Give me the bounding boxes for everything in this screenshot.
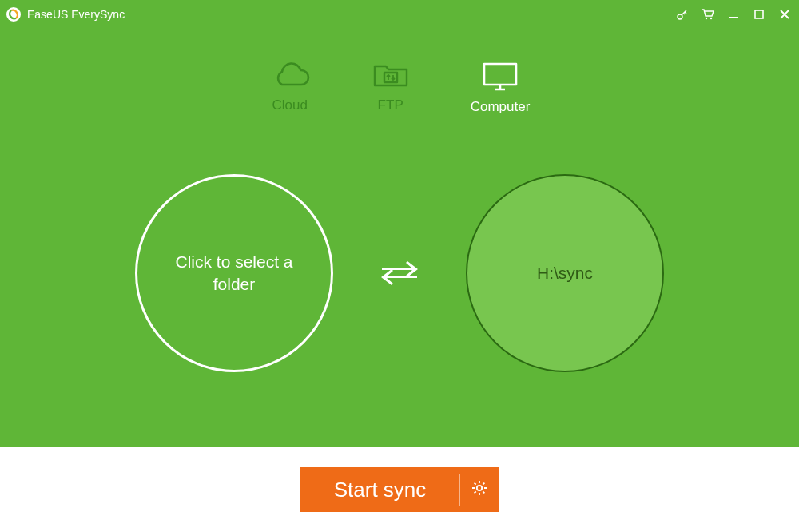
tab-cloud-label: Cloud (272, 97, 307, 113)
monitor-icon (479, 61, 521, 93)
folder-selection-row: Click to select a folder H:\sync (0, 169, 799, 377)
cloud-icon (269, 61, 311, 91)
source-placeholder: Click to select a folder (161, 251, 307, 296)
svg-rect-7 (484, 64, 516, 85)
start-sync-button[interactable]: Start sync (300, 467, 499, 512)
title-bar: EaseUS EverySync (0, 0, 799, 29)
footer: Start sync (0, 447, 799, 532)
svg-point-1 (678, 14, 682, 19)
start-sync-label: Start sync (300, 467, 460, 512)
svg-point-3 (710, 18, 712, 19)
sync-options-button[interactable] (460, 467, 499, 512)
cart-icon[interactable] (702, 8, 714, 21)
window-title: EaseUS EverySync (27, 8, 125, 21)
maximize-icon[interactable] (753, 8, 765, 21)
source-folder-selector[interactable]: Click to select a folder (135, 174, 333, 372)
tab-computer[interactable]: Computer (471, 61, 531, 115)
ftp-folder-icon (370, 61, 411, 91)
key-icon[interactable] (676, 8, 689, 21)
target-path: H:\sync (537, 264, 593, 283)
close-icon[interactable] (778, 8, 791, 21)
tab-cloud[interactable]: Cloud (269, 61, 311, 115)
tab-computer-label: Computer (471, 99, 531, 115)
tab-ftp[interactable]: FTP (370, 61, 411, 115)
destination-tabs: Cloud FTP C (0, 29, 799, 115)
swap-arrows-icon (377, 259, 422, 288)
svg-rect-6 (384, 73, 397, 82)
svg-rect-4 (729, 17, 738, 18)
svg-point-2 (706, 18, 707, 19)
swap-button[interactable] (376, 257, 423, 289)
tab-ftp-label: FTP (378, 97, 403, 113)
app-window: EaseUS EverySync (0, 0, 799, 532)
svg-rect-5 (755, 10, 763, 18)
svg-point-8 (477, 486, 482, 490)
main-panel: Cloud FTP C (0, 29, 799, 447)
gear-icon (471, 479, 488, 500)
minimize-icon[interactable] (727, 8, 740, 21)
window-controls (676, 8, 791, 21)
app-logo-icon (6, 7, 21, 22)
target-folder-selector[interactable]: H:\sync (466, 174, 664, 372)
